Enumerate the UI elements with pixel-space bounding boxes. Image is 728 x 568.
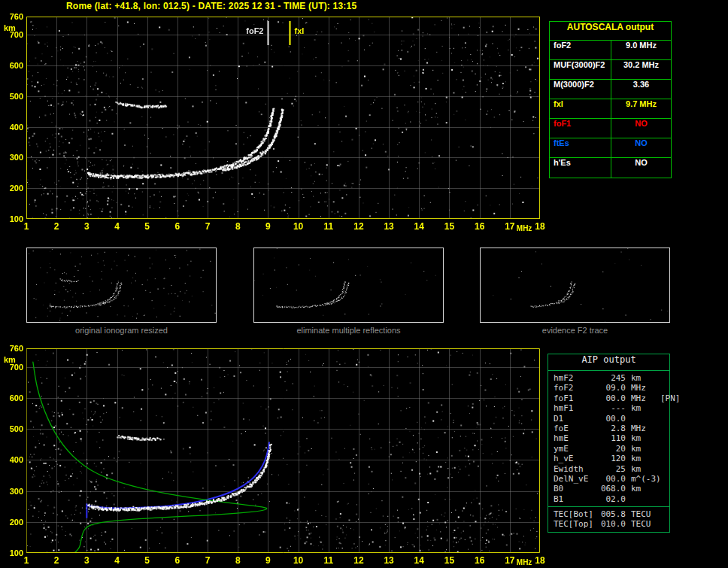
aip-row: Ewidth25km: [554, 464, 665, 474]
x-tick-label: 8: [229, 555, 247, 566]
autoscala-row-value: 3.36: [611, 80, 671, 99]
autoscala-row-value: 9.0 MHz: [611, 41, 671, 59]
aip-row-label: foF1: [554, 393, 599, 403]
aip-row-label: D1: [554, 414, 599, 424]
autoscala-row-value: NO: [611, 119, 671, 138]
aip-row: foF209.0MHz: [554, 383, 665, 393]
aip-row-unit: TECU: [626, 519, 660, 529]
autoscala-row-label: foF2: [550, 41, 611, 59]
aip-row-unit: km: [626, 403, 660, 413]
aip-row-label: foF2: [554, 383, 599, 393]
x-tick-label: 6: [168, 221, 187, 232]
aip-row: TEC[Bot]005.8TECU: [554, 509, 665, 519]
aip-separator: [548, 506, 669, 507]
autoscala-row-value: 30.2 MHz: [611, 60, 671, 79]
y-tick-label: 760: [2, 344, 23, 353]
aip-row: foF100.0MHz[PN]: [554, 393, 665, 403]
x-axis-unit: MHz: [517, 224, 532, 232]
aip-row-flag: [660, 484, 665, 494]
x-tick-label: 9: [259, 221, 277, 232]
aip-row-flag: [660, 433, 665, 443]
y-tick-label: 300: [2, 487, 23, 496]
x-tick-label: 6: [168, 555, 187, 566]
aip-row: DelN_vE00.0m^(-3): [554, 474, 665, 484]
ionogram-plot-canvas: [26, 17, 540, 219]
y-axis-unit: km: [4, 23, 16, 32]
x-tick-label: 1: [17, 221, 35, 232]
x-tick-label: 2: [47, 221, 65, 232]
aip-row-label: foE: [554, 424, 599, 433]
aip-row-label: hmE: [554, 433, 599, 443]
aip-row-unit: km: [626, 444, 660, 454]
thumbnail-caption: original ionogram resized: [26, 326, 217, 335]
x-tick-label: 8: [229, 221, 247, 232]
x-tick-label: 11: [320, 221, 338, 232]
x-tick-label: 7: [199, 555, 217, 566]
aip-row-value: 25: [599, 464, 626, 474]
thumbnail-f2-trace-evidence: [480, 248, 670, 323]
aip-row-flag: [PN]: [660, 393, 681, 403]
aip-row-flag: [660, 519, 665, 529]
aip-row-value: 00.0: [599, 474, 626, 484]
autoscala-row: foF1NO: [550, 119, 671, 138]
aip-row-unit: MHz: [626, 424, 660, 433]
aip-row: foE2.8MHz: [554, 424, 665, 433]
x-tick-label: 7: [199, 221, 217, 232]
y-tick-label: 100: [2, 548, 23, 557]
x-tick-label: 17: [501, 221, 519, 232]
x-axis-unit: MHz: [517, 558, 532, 566]
autoscala-row: MUF(3000)F230.2 MHz: [550, 60, 671, 80]
x-tick-label: 18: [531, 555, 549, 566]
aip-row-value: 005.8: [599, 509, 626, 519]
aip-row: D100.0: [554, 414, 665, 424]
aip-row-flag: [660, 403, 665, 413]
aip-row-flag: [660, 494, 665, 504]
autoscala-row: ftEsNO: [550, 138, 671, 158]
x-tick-label: 17: [501, 555, 519, 566]
x-tick-label: 4: [108, 555, 126, 566]
aip-row-label: ymE: [554, 444, 599, 454]
autoscala-row-value: 9.7 MHz: [611, 99, 671, 118]
aip-table-body: hmF2245kmfoF209.0MHzfoF100.0MHz[PN]hmF1-…: [548, 371, 669, 532]
x-tick-label: 15: [440, 221, 458, 232]
aip-row-value: 00.0: [599, 393, 626, 403]
y-tick-label: 200: [2, 184, 23, 193]
y-tick-label: 300: [2, 153, 23, 162]
thumbnail-multiple-reflections-removed: [253, 248, 444, 323]
y-axis-unit: km: [4, 355, 16, 364]
y-tick-label: 700: [2, 363, 23, 372]
aip-row-value: 110: [599, 433, 626, 443]
aip-row-value: 02.0: [599, 494, 626, 504]
aip-row-flag: [660, 424, 665, 433]
aip-row-value: 00.0: [599, 414, 626, 424]
x-tick-label: 11: [320, 555, 338, 566]
aip-row-flag: [660, 509, 665, 519]
autoscala-row-label: MUF(3000)F2: [550, 60, 611, 79]
aip-table-header: AIP output: [548, 354, 669, 371]
x-tick-label: 3: [77, 555, 96, 566]
autoscala-row-label: ftEs: [550, 138, 611, 157]
y-tick-label: 700: [2, 30, 23, 39]
x-tick-label: 3: [77, 221, 96, 232]
x-tick-label: 12: [350, 221, 368, 232]
x-tick-label: 13: [380, 221, 398, 232]
page-title: Rome (lat: +41.8, lon: 012.5) - DATE: 20…: [66, 1, 356, 11]
autoscala-row-label: M(3000)F2: [550, 80, 611, 99]
autoscala-row: h'EsNO: [550, 158, 671, 178]
x-tick-label: 12: [350, 555, 368, 566]
aip-row-label: h_vE: [554, 454, 599, 463]
aip-row: hmF2245km: [554, 373, 665, 383]
aip-row-label: B0: [554, 484, 599, 494]
y-tick-label: 200: [2, 518, 23, 527]
y-tick-label: 600: [2, 61, 23, 70]
x-tick-label: 10: [290, 221, 308, 232]
aip-row-value: 09.0: [599, 383, 626, 393]
aip-row-label: Ewidth: [554, 464, 599, 474]
aip-row-flag: [661, 474, 665, 484]
aip-row-value: 010.0: [599, 519, 626, 529]
autoscala-row: fxl9.7 MHz: [550, 99, 671, 119]
x-tick-label: 5: [138, 221, 156, 232]
y-tick-label: 760: [2, 12, 23, 21]
autoscala-row-value: NO: [611, 158, 671, 178]
autoscala-row-label: h'Es: [550, 158, 611, 178]
